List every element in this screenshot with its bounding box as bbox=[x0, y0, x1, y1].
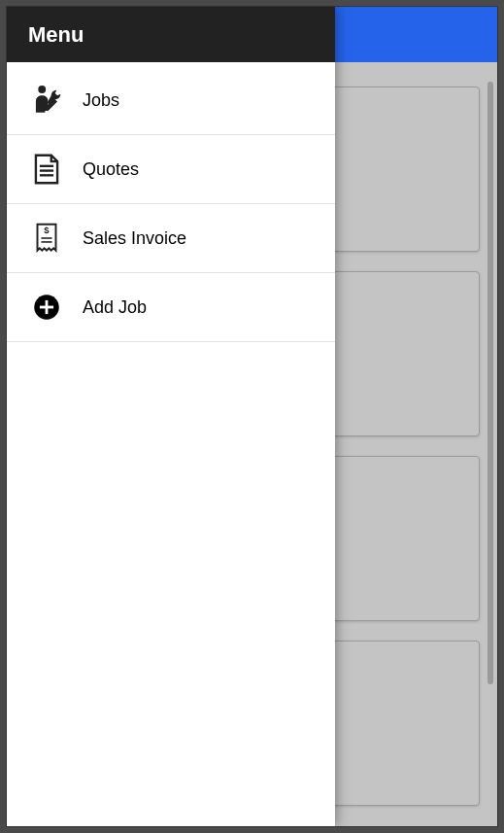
quotes-icon bbox=[28, 151, 65, 188]
sales-invoice-icon: $ bbox=[28, 220, 65, 257]
svg-text:$: $ bbox=[44, 225, 50, 235]
add-job-icon bbox=[28, 289, 65, 326]
scrollbar[interactable] bbox=[487, 82, 493, 684]
menu-item-quotes[interactable]: Quotes bbox=[7, 135, 335, 204]
menu-item-label: Sales Invoice bbox=[83, 228, 186, 249]
menu-header: Menu bbox=[7, 7, 335, 62]
menu-list: Jobs Quotes bbox=[7, 62, 335, 342]
menu-title: Menu bbox=[28, 22, 84, 48]
app-frame: Menu Jobs bbox=[6, 6, 498, 827]
menu-item-add-job[interactable]: Add Job bbox=[7, 273, 335, 342]
menu-item-label: Add Job bbox=[83, 297, 147, 318]
jobs-icon bbox=[28, 82, 65, 119]
menu-item-jobs[interactable]: Jobs bbox=[7, 66, 335, 135]
menu-drawer: Menu Jobs bbox=[7, 7, 335, 826]
svg-point-0 bbox=[38, 86, 46, 93]
menu-item-label: Quotes bbox=[83, 159, 139, 180]
menu-item-label: Jobs bbox=[83, 90, 119, 111]
menu-item-sales-invoice[interactable]: $ Sales Invoice bbox=[7, 204, 335, 273]
